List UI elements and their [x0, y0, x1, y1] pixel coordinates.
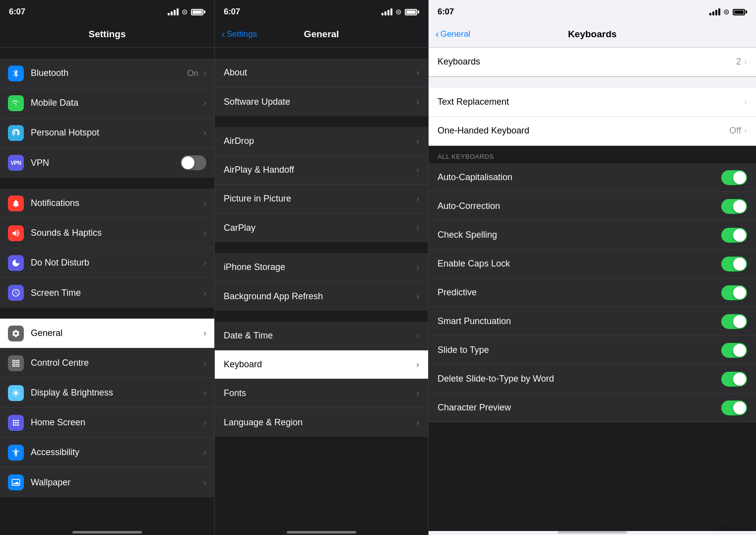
delete-slide-toggle[interactable] — [721, 372, 747, 387]
auto-capitalisation-label: Auto-Capitalisation — [438, 172, 721, 183]
row-personal-hotspot[interactable]: Personal Hotspot › — [0, 118, 214, 148]
row-auto-correction[interactable]: Auto-Correction — [429, 192, 756, 221]
row-keyboard[interactable]: Keyboard › — [215, 350, 428, 379]
row-iphone-storage[interactable]: iPhone Storage › — [215, 253, 428, 282]
back-to-settings[interactable]: ‹ Settings — [222, 29, 257, 39]
row-display-brightness[interactable]: Display & Brightness › — [0, 378, 214, 408]
auto-capitalisation-toggle[interactable] — [721, 170, 747, 185]
carplay-right: › — [416, 223, 419, 233]
software-update-chevron: › — [416, 97, 419, 107]
row-auto-capitalisation[interactable]: Auto-Capitalisation — [429, 163, 756, 192]
row-predictive[interactable]: Predictive — [429, 278, 756, 307]
row-accessibility[interactable]: Accessibility › — [0, 438, 214, 468]
row-mobile-data[interactable]: Mobile Data › — [0, 88, 214, 118]
row-wallpaper[interactable]: Wallpaper › — [0, 468, 214, 497]
keyboard-right: › — [416, 359, 419, 370]
general-list[interactable]: About › Software Update › AirDrop › — [215, 48, 428, 531]
screen-time-icon — [8, 285, 24, 301]
keyboards-count-chevron: › — [744, 57, 747, 67]
row-notifications[interactable]: Notifications › — [0, 189, 214, 218]
smart-punctuation-toggle[interactable] — [721, 314, 747, 329]
row-slide-to-type[interactable]: Slide to Type — [429, 336, 756, 365]
row-sounds-haptics[interactable]: Sounds & Haptics › — [0, 218, 214, 248]
row-delete-slide[interactable]: Delete Slide-to-Type by Word — [429, 365, 756, 394]
vpn-content: VPN — [31, 158, 181, 168]
predictive-toggle[interactable] — [721, 285, 747, 300]
vpn-label: VPN — [31, 158, 181, 168]
display-right: › — [203, 388, 206, 398]
row-picture-in-picture[interactable]: Picture in Picture › — [215, 185, 428, 213]
keyboard-chevron: › — [416, 359, 419, 370]
notifications-chevron: › — [203, 198, 206, 208]
slide-to-type-toggle[interactable] — [721, 343, 747, 358]
back-chevron-2: ‹ — [222, 29, 225, 39]
hotspot-content: Personal Hotspot — [31, 128, 203, 138]
row-smart-punctuation[interactable]: Smart Punctuation — [429, 307, 756, 336]
vpn-right — [181, 155, 206, 170]
row-do-not-disturb[interactable]: Do Not Disturb › — [0, 248, 214, 278]
signal-icon-2 — [381, 8, 392, 15]
row-date-time[interactable]: Date & Time › — [215, 322, 428, 350]
slide-to-type-label: Slide to Type — [438, 345, 721, 355]
control-centre-icon — [8, 355, 24, 371]
vpn-toggle[interactable] — [181, 155, 206, 170]
row-carplay[interactable]: CarPlay › — [215, 213, 428, 242]
character-preview-toggle[interactable] — [721, 401, 747, 415]
iphone-storage-chevron: › — [416, 262, 419, 272]
row-keyboards-count[interactable]: Keyboards 2 › — [429, 48, 756, 76]
section-about: About › Software Update › — [215, 59, 428, 116]
mobile-data-label: Mobile Data — [31, 98, 203, 108]
row-vpn[interactable]: VPN VPN — [0, 148, 214, 178]
row-about[interactable]: About › — [215, 59, 428, 87]
section-gap-3a — [429, 77, 756, 88]
row-fonts[interactable]: Fonts › — [215, 379, 428, 408]
row-screen-time[interactable]: Screen Time › — [0, 278, 214, 308]
row-airplay-handoff[interactable]: AirPlay & Handoff › — [215, 156, 428, 185]
auto-correction-toggle[interactable] — [721, 199, 747, 214]
general-nav-title: General — [304, 29, 339, 40]
back-label-3: General — [441, 29, 470, 39]
status-bar-2: 6:07 ⊜ — [215, 0, 428, 22]
row-home-screen[interactable]: Home Screen › — [0, 408, 214, 438]
background-refresh-chevron: › — [416, 291, 419, 302]
row-enable-caps-lock[interactable]: Enable Caps Lock — [429, 250, 756, 278]
date-time-chevron: › — [416, 331, 419, 341]
panel-settings: 6:07 ⊜ Settings — [0, 0, 214, 535]
settings-list[interactable]: Bluetooth On › Mobile Data › — [0, 48, 214, 531]
row-control-centre[interactable]: Control Centre › — [0, 348, 214, 378]
row-software-update[interactable]: Software Update › — [215, 87, 428, 116]
row-text-replacement[interactable]: Text Replacement › — [429, 88, 756, 117]
row-background-refresh[interactable]: Background App Refresh › — [215, 282, 428, 311]
section-notifications: Notifications › Sounds & Haptics › — [0, 189, 214, 308]
keyboards-count-label: Keyboards — [438, 57, 736, 67]
row-character-preview[interactable]: Character Preview — [429, 394, 756, 422]
smart-punctuation-label: Smart Punctuation — [438, 316, 721, 327]
date-time-right: › — [416, 331, 419, 341]
accessibility-icon — [8, 445, 24, 461]
row-general[interactable]: General › — [0, 319, 214, 348]
airdrop-right: › — [416, 136, 419, 146]
row-bluetooth[interactable]: Bluetooth On › — [0, 59, 214, 88]
row-language-region[interactable]: Language & Region › — [215, 408, 428, 437]
row-airdrop[interactable]: AirDrop › — [215, 127, 428, 156]
pip-right: › — [416, 194, 419, 204]
wallpaper-chevron: › — [203, 477, 206, 488]
sounds-icon — [8, 225, 24, 241]
enable-caps-lock-toggle[interactable] — [721, 257, 747, 271]
panel-general: 6:07 ⊜ ‹ Settings General About — [214, 0, 429, 535]
about-right: › — [416, 67, 419, 78]
background-refresh-right: › — [416, 291, 419, 302]
notifications-content: Notifications — [31, 198, 203, 208]
display-content: Display & Brightness — [31, 388, 203, 398]
display-label: Display & Brightness — [31, 388, 203, 398]
row-check-spelling[interactable]: Check Spelling — [429, 221, 756, 250]
signal-icon-3 — [709, 8, 720, 15]
keyboards-list[interactable]: Keyboards 2 › Text Replacement › One-Han… — [429, 48, 756, 531]
hotspot-right: › — [203, 128, 206, 138]
notifications-right: › — [203, 198, 206, 208]
fonts-chevron: › — [416, 388, 419, 399]
check-spelling-toggle[interactable] — [721, 228, 747, 243]
back-to-general[interactable]: ‹ General — [436, 29, 470, 39]
keyboards-nav-title: Keyboards — [568, 29, 617, 40]
row-one-handed-keyboard[interactable]: One-Handed Keyboard Off › — [429, 117, 756, 145]
